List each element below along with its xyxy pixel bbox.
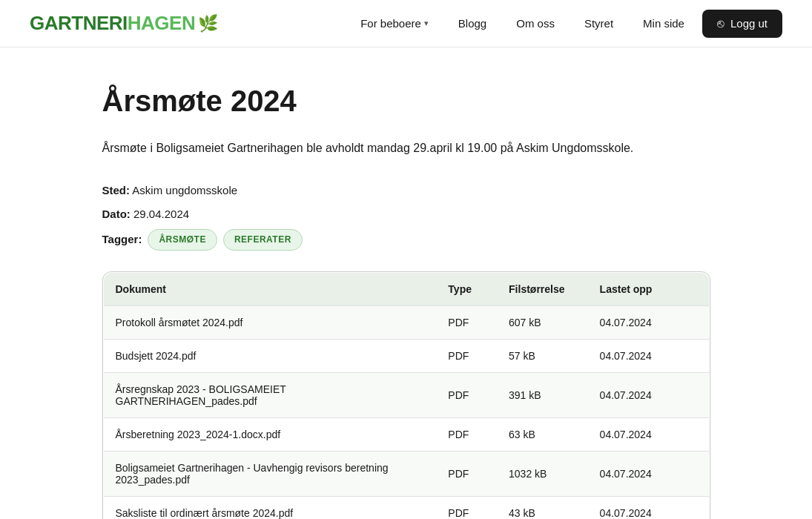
cell-type: PDF: [436, 496, 497, 519]
documents-table-wrapper: Dokument Type Filstørrelse Lastet opp Pr…: [102, 271, 710, 519]
navbar: GARTNERIHAGEN🌿 For beboere ▾ Blogg Om os…: [0, 0, 812, 47]
logout-icon: ⎋: [717, 17, 724, 30]
cell-date: 04.07.2024: [588, 417, 709, 451]
logo-part1: GARTNERI: [30, 12, 128, 35]
table-row[interactable]: Budsjett 2024.pdf PDF 57 kB 04.07.2024: [103, 339, 709, 372]
table-header-row: Dokument Type Filstørrelse Lastet opp: [103, 272, 709, 305]
cell-type: PDF: [436, 339, 497, 372]
cell-date: 04.07.2024: [588, 372, 709, 417]
dato-value: 29.04.2024: [133, 208, 189, 220]
cell-type: PDF: [436, 372, 497, 417]
table-row[interactable]: Årsberetning 2023_2024-1.docx.pdf PDF 63…: [103, 417, 709, 451]
logo-leaf-icon: 🌿: [198, 14, 218, 33]
meta-section: Sted: Askim ungdomsskole Dato: 29.04.202…: [102, 182, 710, 251]
tag-referater[interactable]: REFERATER: [223, 229, 303, 251]
logo-part2: HAGEN: [128, 12, 195, 35]
cell-type: PDF: [436, 305, 497, 339]
cell-document-name: Protokoll årsmøtet 2024.pdf: [103, 305, 436, 339]
cell-document-name: Årsberetning 2023_2024-1.docx.pdf: [103, 417, 436, 451]
cell-document-name: Årsregnskap 2023 - BOLIGSAMEIET GARTNERI…: [103, 372, 436, 417]
cell-size: 1032 kB: [497, 451, 588, 496]
cell-date: 04.07.2024: [588, 305, 709, 339]
tagger-label: Tagger:: [102, 231, 142, 248]
sted-label: Sted:: [102, 184, 131, 196]
site-logo[interactable]: GARTNERIHAGEN🌿: [30, 12, 218, 35]
cell-size: 57 kB: [497, 339, 588, 372]
cell-size: 63 kB: [497, 417, 588, 451]
nav-blogg[interactable]: Blogg: [446, 11, 498, 36]
cell-size: 607 kB: [497, 305, 588, 339]
cell-date: 04.07.2024: [588, 339, 709, 372]
nav-min-side[interactable]: Min side: [631, 11, 696, 36]
col-header-size: Filstørrelse: [497, 272, 588, 305]
dato-row: Dato: 29.04.2024: [102, 205, 710, 223]
cell-document-name: Saksliste til ordinært årsmøte 2024.pdf: [103, 496, 436, 519]
intro-paragraph: Årsmøte i Boligsameiet Gartnerihagen ble…: [102, 139, 710, 158]
table-row[interactable]: Protokoll årsmøtet 2024.pdf PDF 607 kB 0…: [103, 305, 709, 339]
sted-value: Askim ungdomsskole: [132, 184, 237, 196]
tag-arsmote[interactable]: ÅRSMØTE: [148, 229, 217, 251]
cell-size: 391 kB: [497, 372, 588, 417]
cell-date: 04.07.2024: [588, 496, 709, 519]
cell-size: 43 kB: [497, 496, 588, 519]
sted-row: Sted: Askim ungdomsskole: [102, 182, 710, 199]
cell-type: PDF: [436, 451, 497, 496]
main-content: Årsmøte 2024 Årsmøte i Boligsameiet Gart…: [73, 47, 740, 519]
table-row[interactable]: Saksliste til ordinært årsmøte 2024.pdf …: [103, 496, 709, 519]
tagger-row: Tagger: ÅRSMØTE REFERATER: [102, 229, 710, 251]
col-header-type: Type: [436, 272, 497, 305]
logg-ut-button[interactable]: ⎋ Logg ut: [702, 10, 782, 38]
cell-date: 04.07.2024: [588, 451, 709, 496]
col-header-document: Dokument: [103, 272, 436, 305]
documents-table: Dokument Type Filstørrelse Lastet opp Pr…: [103, 272, 710, 519]
chevron-down-icon: ▾: [424, 19, 429, 28]
logg-ut-label: Logg ut: [730, 17, 768, 30]
nav-om-oss[interactable]: Om oss: [504, 11, 567, 36]
cell-document-name: Boligsameiet Gartnerihagen - Uavhengig r…: [103, 451, 436, 496]
nav-for-beboere-label: For beboere: [360, 17, 421, 30]
nav-styret[interactable]: Styret: [572, 11, 625, 36]
page-title: Årsmøte 2024: [102, 85, 710, 118]
table-body: Protokoll årsmøtet 2024.pdf PDF 607 kB 0…: [103, 305, 709, 519]
nav-for-beboere[interactable]: For beboere ▾: [349, 11, 440, 36]
cell-type: PDF: [436, 417, 497, 451]
nav-links: For beboere ▾ Blogg Om oss Styret Min si…: [349, 10, 782, 38]
table-row[interactable]: Årsregnskap 2023 - BOLIGSAMEIET GARTNERI…: [103, 372, 709, 417]
table-row[interactable]: Boligsameiet Gartnerihagen - Uavhengig r…: [103, 451, 709, 496]
dato-label: Dato:: [102, 208, 131, 220]
col-header-uploaded: Lastet opp: [588, 272, 709, 305]
cell-document-name: Budsjett 2024.pdf: [103, 339, 436, 372]
